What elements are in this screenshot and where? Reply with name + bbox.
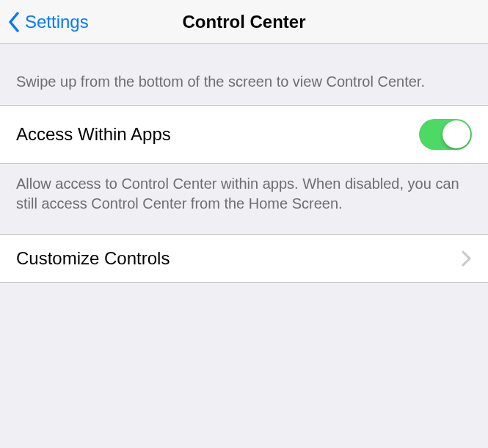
back-label: Settings	[25, 12, 89, 32]
nav-bar: Settings Control Center	[0, 0, 488, 44]
toggle-knob	[443, 120, 470, 148]
chevron-left-icon	[7, 12, 21, 32]
back-button[interactable]: Settings	[7, 12, 89, 32]
access-within-apps-row: Access Within Apps	[0, 105, 488, 164]
section-header-description: Swipe up from the bottom of the screen t…	[0, 44, 488, 105]
chevron-right-icon	[462, 250, 472, 267]
access-within-apps-toggle[interactable]	[419, 119, 472, 150]
section-footer-description: Allow access to Control Center within ap…	[0, 164, 488, 234]
row-label: Customize Controls	[16, 248, 170, 269]
row-label: Access Within Apps	[16, 124, 171, 145]
customize-controls-row[interactable]: Customize Controls	[0, 234, 488, 283]
